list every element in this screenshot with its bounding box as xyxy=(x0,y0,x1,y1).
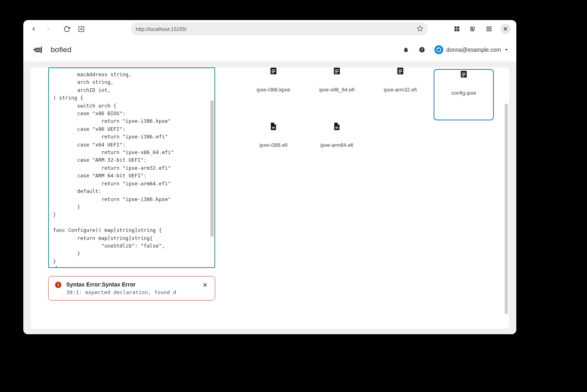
file-item[interactable]: config.ipxe xyxy=(434,69,494,120)
svg-rect-7 xyxy=(457,29,459,31)
user-avatar-icon xyxy=(434,45,443,54)
file-item[interactable]: ipxe-x86_64.efi xyxy=(307,69,367,120)
text-file-icon xyxy=(459,70,468,80)
svg-rect-33 xyxy=(398,69,402,70)
code-content: macAddress string, arch string, archID i… xyxy=(53,71,174,268)
new-tab-button[interactable] xyxy=(76,24,86,34)
text-file-icon xyxy=(396,70,405,77)
svg-rect-31 xyxy=(335,73,337,73)
svg-rect-15 xyxy=(35,49,41,50)
svg-marker-23 xyxy=(505,49,508,51)
notifications-icon[interactable] xyxy=(402,46,410,53)
bookmark-star-icon[interactable] xyxy=(417,25,423,33)
svg-rect-26 xyxy=(271,71,275,72)
toolbar-right: ✕ xyxy=(452,24,511,34)
svg-rect-27 xyxy=(271,73,274,73)
svg-rect-41 xyxy=(272,128,275,129)
svg-rect-6 xyxy=(455,29,457,31)
file-name: ipxe-i386.kpxe xyxy=(257,87,290,93)
svg-rect-17 xyxy=(41,47,42,53)
main-area: macAddress string, arch string, archID i… xyxy=(23,62,516,334)
library-icon[interactable] xyxy=(468,24,478,34)
logo-icon xyxy=(31,43,46,57)
content-card: macAddress string, arch string, archID i… xyxy=(31,67,509,329)
app-name: bofied xyxy=(51,45,71,54)
file-name: ipxe-x86_64.efi xyxy=(319,87,355,93)
file-item[interactable]: ipxe-i386.efi xyxy=(243,120,304,172)
svg-rect-5 xyxy=(457,26,459,28)
user-menu[interactable]: donna@example.com xyxy=(434,45,508,54)
editor-scrollbar[interactable] xyxy=(210,100,214,237)
error-title: Syntax Error:Syntax Error xyxy=(66,281,196,288)
app-logo[interactable]: bofied xyxy=(31,43,71,57)
header-right: ? donna@example.com xyxy=(402,45,508,54)
file-grid: ipxe-i386.kpxeipxe-x86_64.efiipxe-arm32.… xyxy=(227,67,502,329)
svg-rect-30 xyxy=(335,71,338,72)
chevron-down-icon xyxy=(504,48,508,52)
svg-rect-25 xyxy=(271,69,275,70)
error-content: Syntax Error:Syntax Error 30:1: expected… xyxy=(66,281,196,295)
error-alert: ! Syntax Error:Syntax Error 30:1: expect… xyxy=(48,276,215,301)
svg-rect-10 xyxy=(473,26,475,31)
file-item[interactable]: ipxe-arm64.efi xyxy=(307,120,367,172)
text-file-icon xyxy=(269,70,278,77)
svg-rect-38 xyxy=(462,74,465,75)
svg-rect-4 xyxy=(455,26,457,28)
svg-rect-35 xyxy=(398,73,401,73)
svg-rect-40 xyxy=(272,127,275,128)
file-name: config.ipxe xyxy=(451,90,476,96)
reload-button[interactable] xyxy=(62,24,71,34)
user-email: donna@example.com xyxy=(446,47,501,53)
svg-marker-3 xyxy=(417,26,422,31)
app-header: bofied ? donna@example.com xyxy=(23,38,516,62)
svg-rect-37 xyxy=(462,73,465,73)
svg-rect-34 xyxy=(398,71,402,72)
url-text: http://localhost:15255/ xyxy=(136,26,187,32)
svg-text:?: ? xyxy=(421,48,423,52)
file-icon xyxy=(332,121,341,132)
error-close-button[interactable]: ✕ xyxy=(201,281,208,289)
browser-window: http://localhost:15255/ ✕ bofied xyxy=(23,20,516,334)
help-icon[interactable]: ? xyxy=(418,46,426,53)
content-scrollbar[interactable] xyxy=(505,104,508,314)
file-item[interactable]: ipxe-i386.kpxe xyxy=(243,69,304,120)
back-button[interactable] xyxy=(29,24,39,34)
svg-rect-43 xyxy=(335,128,338,129)
error-icon: ! xyxy=(55,282,61,288)
svg-rect-39 xyxy=(462,76,464,77)
file-item[interactable]: ipxe-arm32.efi xyxy=(370,69,430,120)
code-editor[interactable]: macAddress string, arch string, archID i… xyxy=(48,67,215,268)
apps-icon[interactable] xyxy=(452,24,462,34)
svg-rect-42 xyxy=(335,127,338,128)
svg-rect-8 xyxy=(471,26,471,31)
svg-rect-16 xyxy=(35,51,41,52)
file-name: ipxe-arm64.efi xyxy=(320,142,353,148)
file-icon xyxy=(269,121,278,132)
browser-toolbar: http://localhost:15255/ ✕ xyxy=(23,20,516,38)
file-name: ipxe-i386.efi xyxy=(259,142,287,148)
text-file-icon xyxy=(332,70,341,77)
url-bar[interactable]: http://localhost:15255/ xyxy=(131,22,428,35)
forward-button[interactable] xyxy=(43,24,53,34)
close-button[interactable]: ✕ xyxy=(500,24,511,34)
editor-pane: macAddress string, arch string, archID i… xyxy=(48,67,227,329)
file-name: ipxe-arm32.efi xyxy=(384,87,417,93)
menu-icon[interactable] xyxy=(484,24,494,34)
svg-point-18 xyxy=(34,49,36,51)
svg-rect-9 xyxy=(472,26,473,31)
svg-rect-29 xyxy=(335,69,338,70)
error-detail: 30:1: expected declaration, found d xyxy=(66,289,196,295)
svg-rect-14 xyxy=(35,48,41,49)
